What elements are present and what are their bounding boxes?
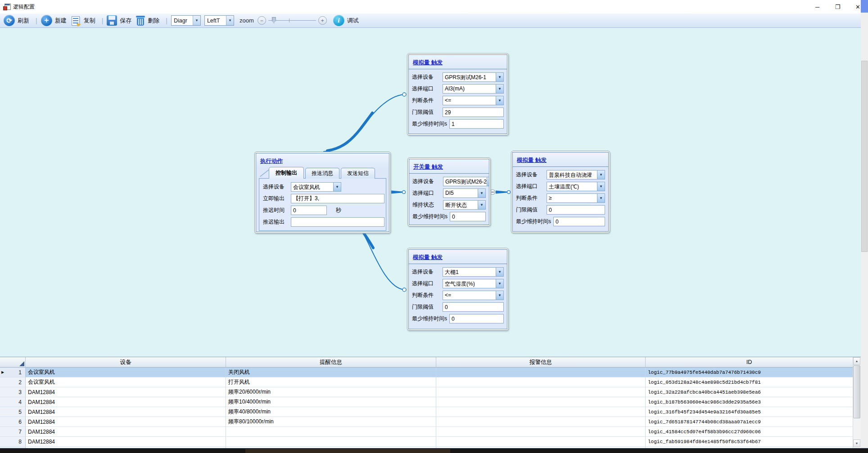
row-number-cell[interactable]: 2 (0, 377, 26, 387)
id-cell[interactable]: logic_41584cc5d07e4f58b3b96cc27d960c06 (646, 427, 853, 437)
analog_bottom-field-select[interactable]: 空气湿度(%)▼ (443, 279, 504, 288)
id-cell[interactable]: logic_053d128a248c4ae898c5d21bd4cb7f81 (646, 377, 853, 387)
analog_bottom-field-select[interactable]: <=▼ (443, 291, 504, 300)
node-title-link[interactable]: 模拟量 触发 (413, 254, 443, 260)
message-cell[interactable]: 关闭风机 (226, 368, 436, 377)
message-cell[interactable]: 频率40/8000r/min (226, 407, 436, 417)
alarm-cell[interactable] (436, 368, 646, 377)
analog_right-field-input[interactable] (547, 205, 605, 215)
id-cell[interactable]: logic_fab591984fd84e1485f50f8c53f64b67 (646, 437, 853, 447)
restore-button[interactable]: ❐ (827, 0, 848, 13)
node-title-link[interactable]: 模拟量 触发 (517, 157, 547, 163)
id-cell[interactable]: logic_77b9a4975fe5440dab7a7476b71430c9 (646, 368, 853, 377)
tab-发送短信[interactable]: 发送短信 (341, 168, 375, 179)
node-title-link[interactable]: 执行动作 (260, 158, 283, 164)
message-cell[interactable] (226, 437, 436, 447)
analog_top-field-select[interactable]: AI3(mA)▼ (443, 84, 504, 94)
analog_bottom-field-select[interactable]: 大棚1▼ (443, 267, 504, 277)
column-header-设备[interactable]: 设备 (26, 357, 226, 368)
column-header-提醒信息[interactable]: 提醒信息 (226, 357, 436, 368)
row-number-cell[interactable]: 6 (0, 417, 26, 427)
table-row[interactable]: 3DAM12884频率20/6000r/minlogic_32a228afcbc… (0, 387, 861, 397)
diagram-type-select[interactable]: Diagr ▼ (171, 15, 201, 26)
table-row[interactable]: 5DAM12884频率40/8000r/minlogic_316fb45f234… (0, 407, 861, 417)
layout-direction-select[interactable]: LeftT ▼ (204, 15, 234, 26)
tab-推送消息[interactable]: 推送消息 (305, 168, 339, 179)
chevron-down-icon[interactable]: ▼ (496, 279, 503, 288)
chevron-down-icon[interactable]: ▼ (597, 170, 605, 179)
analog_right-field-select[interactable]: ≥▼ (547, 193, 605, 203)
alarm-cell[interactable] (436, 397, 646, 407)
id-cell[interactable]: logic_316fb45f234d454e9a32164fd30a85e5 (646, 407, 853, 417)
chevron-down-icon[interactable]: ▼ (478, 201, 485, 209)
device-cell[interactable]: DAM12884 (26, 427, 226, 437)
switch-field-select[interactable]: GPRS测试M26-2▼ (443, 177, 489, 186)
device-cell[interactable]: 会议室风机 (26, 368, 226, 377)
save-button[interactable]: 保存 (107, 15, 131, 26)
switch-field-select[interactable]: 断开状态▼ (443, 200, 486, 210)
chevron-down-icon[interactable]: ▼ (496, 268, 503, 276)
scroll-up-icon[interactable]: ▲ (853, 357, 860, 365)
node-switch[interactable]: 开关量 触发选择设备GPRS测试M26-2▼选择端口DI5▼维持状态断开状态▼最… (407, 157, 491, 226)
chevron-down-icon[interactable]: ▼ (478, 189, 485, 197)
device-cell[interactable]: DAM12884 (26, 397, 226, 407)
connector-endpoint[interactable] (402, 288, 406, 292)
chevron-down-icon[interactable]: ▼ (193, 16, 200, 25)
id-cell[interactable]: logic_b187b563060e4ac986c3dde2935a56e3 (646, 397, 853, 407)
zoom-out-button[interactable]: − (258, 16, 266, 25)
chevron-down-icon[interactable]: ▼ (597, 194, 605, 202)
action-field-select[interactable]: 会议室风机▼ (291, 182, 341, 192)
switch-field-input[interactable] (450, 212, 486, 221)
device-cell[interactable]: 会议室风机 (26, 377, 226, 387)
message-cell[interactable]: 频率80/10000r/min (226, 417, 436, 427)
analog_bottom-field-input[interactable] (449, 314, 504, 323)
id-cell[interactable]: logic_7d651878147744b08cd38aaa07a1ecc9 (646, 417, 853, 427)
connector-endpoint[interactable] (507, 191, 511, 194)
connector-endpoint[interactable] (402, 191, 406, 194)
connector[interactable] (391, 191, 406, 194)
analog_top-field-input[interactable] (449, 119, 504, 129)
table-row[interactable]: 8DAM12884logic_fab591984fd84e1485f50f8c5… (0, 437, 861, 447)
row-number-cell[interactable]: 8 (0, 437, 26, 447)
alarm-cell[interactable] (436, 427, 646, 437)
new-button[interactable]: ＋ 新建 (41, 15, 67, 26)
message-cell[interactable]: 频率10/4000r/min (226, 397, 436, 407)
action-field-input[interactable] (291, 217, 384, 227)
node-analog_bottom[interactable]: 模拟量 触发选择设备大棚1▼选择端口空气湿度(%)▼判断条件<=▼门限阈值最少维… (407, 248, 509, 331)
table-row[interactable]: 6DAM12884频率80/10000r/minlogic_7d65187814… (0, 417, 861, 427)
table-row[interactable]: 4DAM12884频率10/4000r/minlogic_b187b563060… (0, 397, 861, 407)
row-number-cell[interactable]: 4 (0, 397, 26, 407)
node-analog_top[interactable]: 模拟量 触发选择设备GPRS测试M26-1▼选择端口AI3(mA)▼判断条件<=… (407, 53, 509, 135)
action-field-input[interactable] (291, 206, 327, 215)
message-cell[interactable]: 打开风机 (226, 377, 436, 387)
device-cell[interactable]: DAM12884 (26, 437, 226, 447)
table-scrollbar[interactable]: ▲ ▼ (853, 357, 861, 447)
analog_top-field-select[interactable]: GPRS测试M26-1▼ (443, 72, 504, 82)
scrollbar-thumb[interactable] (861, 61, 868, 252)
chevron-down-icon[interactable]: ▼ (496, 73, 503, 81)
zoom-in-button[interactable]: ＋ (318, 16, 327, 25)
table-row[interactable]: ▶1会议室风机关闭风机logic_77b9a4975fe5440dab7a747… (0, 368, 861, 377)
alarm-cell[interactable] (436, 417, 646, 427)
analog_top-field-select[interactable]: <=▼ (443, 96, 504, 105)
connector[interactable] (490, 190, 511, 195)
message-cell[interactable]: 频率20/6000r/min (226, 387, 436, 397)
zoom-slider-thumb[interactable] (272, 17, 276, 23)
alarm-cell[interactable] (436, 387, 646, 397)
action-field-input[interactable] (291, 194, 384, 203)
debug-button[interactable]: i 调试 (333, 15, 359, 26)
id-cell[interactable]: logic_32a228afcbca40bca4451aeb398e5ea6 (646, 387, 853, 397)
analog_top-field-input[interactable] (443, 108, 504, 117)
alarm-cell[interactable] (436, 377, 646, 387)
node-action[interactable]: 执行动作控制输出推送消息发送短信选择设备会议室风机▼立即输出推迟时间秒推迟输出 (254, 152, 391, 233)
chevron-down-icon[interactable]: ▼ (487, 177, 489, 186)
diagram-canvas[interactable]: 模拟量 触发选择设备GPRS测试M26-1▼选择端口AI3(mA)▼判断条件<=… (0, 28, 868, 357)
chevron-down-icon[interactable]: ▼ (597, 182, 605, 191)
analog_right-field-select[interactable]: 普泉科技自动浇灌▼ (547, 170, 605, 179)
device-cell[interactable]: DAM12884 (26, 387, 226, 397)
column-header-报警信息[interactable]: 报警信息 (436, 357, 646, 368)
message-cell[interactable] (226, 427, 436, 437)
node-title-link[interactable]: 开关量 触发 (413, 164, 443, 170)
tab-控制输出[interactable]: 控制输出 (269, 167, 304, 179)
minimize-button[interactable]: ─ (807, 0, 827, 13)
